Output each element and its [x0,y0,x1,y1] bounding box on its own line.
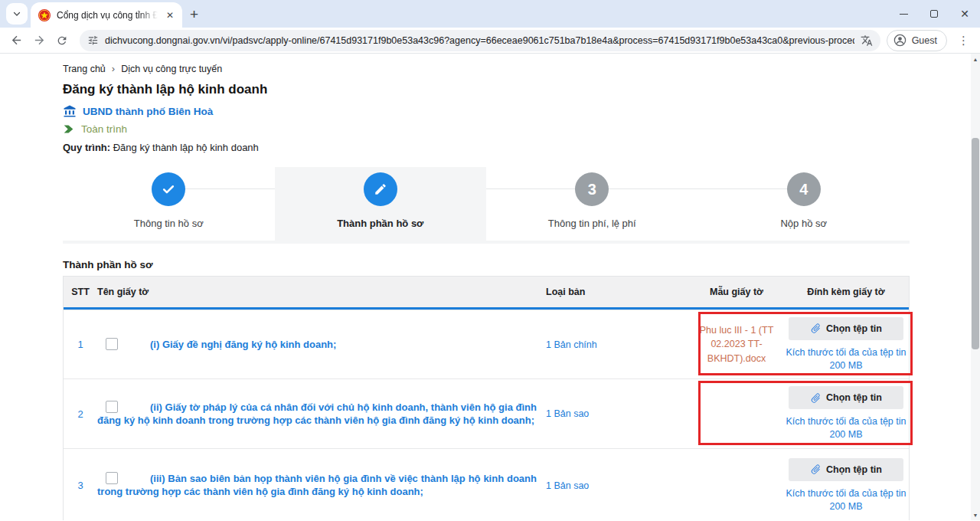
new-tab-button[interactable]: + [190,7,198,21]
max-size-line1: Kích thước tối đa của tệp tin [786,487,906,500]
breadcrumb-separator-icon: › [112,63,115,74]
reload-button[interactable] [51,29,74,52]
max-size-note: Kích thước tối đa của tệp tin 200 MB [786,346,906,372]
choose-file-button[interactable]: Chọn tệp tin [789,386,903,409]
document-name-cell: (i) Giấy đề nghị đăng ký hộ kinh doanh; [97,338,540,352]
row-number: 2 [64,408,97,420]
check-icon [161,182,176,197]
back-arrow-icon [10,34,23,47]
document-checkbox[interactable] [106,401,118,413]
browser-toolbar: dichvucong.dongnai.gov.vn/vi/padsvc/appl… [0,28,980,54]
document-name-cell: (iii) Bản sao biên bản họp thành viên hộ… [97,472,540,499]
step-number: 4 [787,172,821,206]
breadcrumb: Trang chủ › Dịch vụ công trực tuyến [63,54,969,74]
col-header-stt: STT [64,287,97,297]
choose-file-label: Chọn tệp tin [826,464,882,475]
process-line: Quy trình: Đăng ký thành lập hộ kinh doa… [63,142,969,153]
green-arrow-icon [63,123,74,135]
document-checkbox[interactable] [106,472,118,484]
paperclip-icon [808,390,824,406]
tab-strip: Cổng dịch vụ công tỉnh Đồng N ✕ + ✕ [0,0,980,28]
scroll-down-icon[interactable]: ▼ [971,510,980,520]
step-thanh-phan-ho-so[interactable]: Thành phần hồ sơ [275,167,487,241]
agency-name: UBND thành phố Biên Hoà [83,106,213,117]
translate-icon[interactable] [861,34,873,47]
table-row: 2 (ii) Giấy tờ pháp lý của cá nhân đối v… [64,378,909,448]
back-button[interactable] [5,29,28,52]
service-level: Toàn trình [63,123,969,135]
url-text[interactable]: dichvucong.dongnai.gov.vn/vi/padsvc/appl… [105,35,854,46]
document-name-link[interactable]: (iii) Bản sao biên bản họp thành viên hộ… [97,473,537,497]
step-label: Thông tin phí, lệ phí [548,218,636,229]
choose-file-label: Chọn tệp tin [826,323,882,334]
max-size-note: Kích thước tối đa của tệp tin 200 MB [786,487,906,513]
stepper: Thông tin hồ sơ Thành phần hồ sơ 3 Thông… [63,167,910,244]
reload-icon [56,34,68,47]
pencil-icon [374,182,387,196]
copy-type: 1 Bản chính [540,339,690,350]
row-number: 3 [64,480,97,491]
step-nop-ho-so[interactable]: 4 Nộp hồ sơ [698,167,910,241]
max-size-line1: Kích thước tối đa của tệp tin [786,346,906,359]
documents-table: STT Tên giấy tờ Loại bản Mẫu giấy tờ Đín… [63,276,910,520]
close-window-button[interactable]: ✕ [949,0,980,28]
vietnam-emblem-icon [38,9,51,21]
breadcrumb-current[interactable]: Dịch vụ công trực tuyến [121,64,222,74]
address-bar[interactable]: dichvucong.dongnai.gov.vn/vi/padsvc/appl… [80,30,880,51]
forward-arrow-icon [33,34,46,47]
chevron-down-icon [12,9,21,18]
window-controls: ✕ [888,0,980,28]
breadcrumb-home[interactable]: Trang chủ [63,64,106,74]
process-label: Quy trình: [63,142,110,153]
forward-button[interactable] [28,29,51,52]
profile-label: Guest [912,35,937,46]
close-icon: ✕ [960,8,969,20]
scrollbar-thumb[interactable] [972,138,979,349]
table-row: 1 (i) Giấy đề nghị đăng ký hộ kinh doanh… [64,310,909,378]
document-checkbox[interactable] [106,338,118,350]
step-label: Thành phần hồ sơ [337,218,423,229]
max-size-line2: 200 MB [786,500,906,513]
table-row: 3 (iii) Bản sao biên bản họp thành viên … [64,448,909,520]
section-title: Thành phần hồ sơ [63,259,969,270]
agency-link[interactable]: UBND thành phố Biên Hoà [63,104,969,118]
max-size-note: Kích thước tối đa của tệp tin 200 MB [786,415,906,441]
paperclip-icon [808,461,824,477]
col-header-copy-type: Loại bản [540,287,690,297]
guest-avatar-icon [893,33,907,48]
document-name-link[interactable]: (ii) Giấy tờ pháp lý của cá nhân đối với… [97,401,537,426]
page-scrollbar[interactable]: ▲ ▼ [971,54,980,520]
document-name-link[interactable]: (i) Giấy đề nghị đăng ký hộ kinh doanh; [150,339,336,350]
step-thong-tin-ho-so[interactable]: Thông tin hồ sơ [63,167,275,241]
browser-menu-button[interactable]: ⋮ [952,34,975,48]
profile-button[interactable]: Guest [887,30,947,51]
maximize-button[interactable] [919,0,949,28]
service-level-label: Toàn trình [81,123,127,135]
site-info-icon[interactable] [87,34,99,46]
bank-icon [63,104,77,118]
max-size-line2: 200 MB [786,428,906,441]
col-header-name: Tên giấy tờ [97,287,540,297]
browser-tab[interactable]: Cổng dịch vụ công tỉnh Đồng N ✕ [31,2,182,28]
minimize-icon [900,14,908,15]
row-number: 1 [64,339,97,350]
step-thong-tin-phi[interactable]: 3 Thông tin phí, lệ phí [486,167,698,241]
col-header-attachment: Đính kèm giấy tờ [783,287,909,297]
choose-file-button[interactable]: Chọn tệp tin [789,458,903,481]
choose-file-label: Chọn tệp tin [826,392,882,403]
minimize-button[interactable] [888,0,919,28]
step-label: Nộp hồ sơ [780,218,827,229]
paperclip-icon [808,320,824,336]
max-size-line1: Kích thước tối đa của tệp tin [786,415,906,428]
scroll-up-icon[interactable]: ▲ [971,54,980,64]
tab-search-button[interactable] [6,3,28,25]
copy-type: 1 Bản sao [540,480,690,491]
template-file-link[interactable]: Phu luc III - 1 (TT 02.2023 TT-BKHDT).do… [690,323,783,365]
browser-window: Cổng dịch vụ công tỉnh Đồng N ✕ + ✕ dich… [0,0,980,521]
tab-close-icon[interactable]: ✕ [164,10,176,21]
col-header-template: Mẫu giấy tờ [690,287,783,297]
tab-title: Cổng dịch vụ công tỉnh Đồng N [57,10,158,21]
max-size-line2: 200 MB [786,359,906,372]
attachment-cell: Chọn tệp tin Kích thước tối đa của tệp t… [783,386,909,441]
choose-file-button[interactable]: Chọn tệp tin [789,317,903,340]
